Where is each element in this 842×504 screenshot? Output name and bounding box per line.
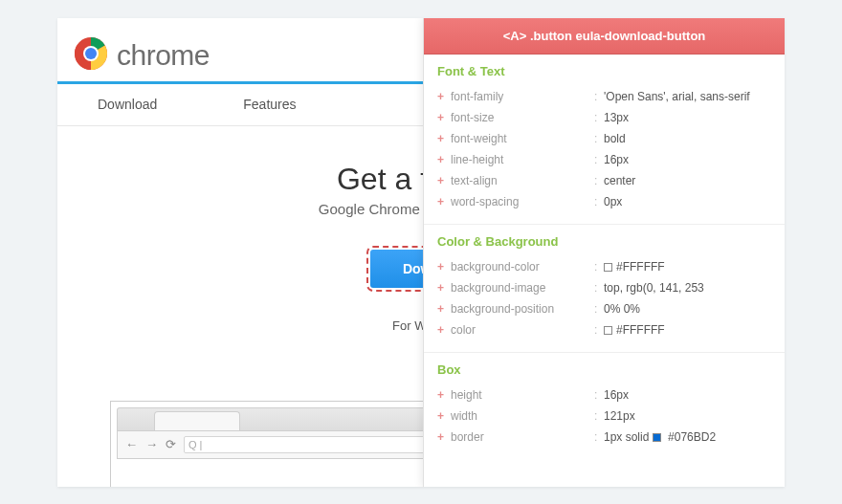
add-icon[interactable]: +	[437, 107, 451, 128]
prop-row: +height:16px	[437, 384, 771, 405]
add-icon[interactable]: +	[437, 256, 451, 277]
add-icon[interactable]: +	[437, 319, 451, 340]
color-swatch-icon[interactable]	[653, 433, 661, 442]
back-icon[interactable]: ←	[125, 437, 138, 451]
prop-list-box: +height:16px +width:121px +border:1px so…	[437, 384, 771, 448]
prop-list-font: +font-family:'Open Sans', arial, sans-se…	[437, 86, 771, 212]
section-title-font: Font & Text	[437, 64, 771, 78]
inspector-selector-header[interactable]: <A> .button eula-download-button	[424, 18, 785, 55]
chrome-logo-icon	[75, 37, 107, 74]
prop-row: +background-position:0% 0%	[437, 298, 771, 319]
prop-row: +border:1px solid #076BD2	[437, 427, 771, 448]
add-icon[interactable]: +	[437, 384, 451, 405]
add-icon[interactable]: +	[437, 298, 451, 319]
add-icon[interactable]: +	[437, 149, 451, 170]
prop-list-color: +background-color:#FFFFFF +background-im…	[437, 256, 771, 340]
prop-row: +color:#FFFFFF	[437, 319, 771, 340]
color-swatch-icon[interactable]	[604, 263, 612, 272]
prop-row: +text-align:center	[437, 170, 771, 191]
prop-row: +font-family:'Open Sans', arial, sans-se…	[437, 86, 771, 107]
section-font-text: Font & Text +font-family:'Open Sans', ar…	[424, 55, 785, 225]
brand-name: chrome	[117, 39, 210, 72]
add-icon[interactable]: +	[437, 277, 451, 298]
section-color-background: Color & Background +background-color:#FF…	[424, 225, 785, 353]
forward-icon[interactable]: →	[145, 437, 158, 451]
omnibox[interactable]: Q |	[184, 436, 458, 453]
prop-row: +width:121px	[437, 405, 771, 427]
prop-row: +font-size:13px	[437, 107, 771, 128]
prop-row: +background-image:top, rgb(0, 141, 253	[437, 277, 771, 298]
section-title-box: Box	[437, 362, 771, 377]
add-icon[interactable]: +	[437, 191, 451, 212]
add-icon[interactable]: +	[437, 86, 451, 107]
css-inspector-panel: <A> .button eula-download-button Font & …	[423, 18, 785, 487]
color-swatch-icon[interactable]	[604, 326, 612, 335]
browser-preview: ← → ⟳ Q |	[110, 401, 474, 487]
brand: chrome	[75, 37, 210, 74]
add-icon[interactable]: +	[437, 405, 451, 427]
add-icon[interactable]: +	[437, 427, 451, 448]
add-icon[interactable]: +	[437, 170, 451, 191]
section-box: Box +height:16px +width:121px +border:1p…	[424, 353, 785, 459]
add-icon[interactable]: +	[437, 128, 451, 149]
svg-point-2	[85, 48, 97, 59]
reload-icon[interactable]: ⟳	[166, 437, 176, 451]
prop-row: +font-weight:bold	[437, 128, 771, 149]
browser-tabbar	[117, 407, 467, 430]
prop-row: +word-spacing:0px	[437, 191, 771, 212]
prop-row: +line-height:16px	[437, 149, 771, 170]
nav-download[interactable]: Download	[98, 97, 157, 112]
nav-features[interactable]: Features	[243, 97, 296, 112]
browser-toolbar: ← → ⟳ Q |	[117, 430, 467, 459]
browser-tab[interactable]	[154, 411, 240, 430]
omnibox-content: Q |	[188, 439, 202, 450]
section-title-color: Color & Background	[437, 234, 771, 249]
prop-row: +background-color:#FFFFFF	[437, 256, 771, 277]
